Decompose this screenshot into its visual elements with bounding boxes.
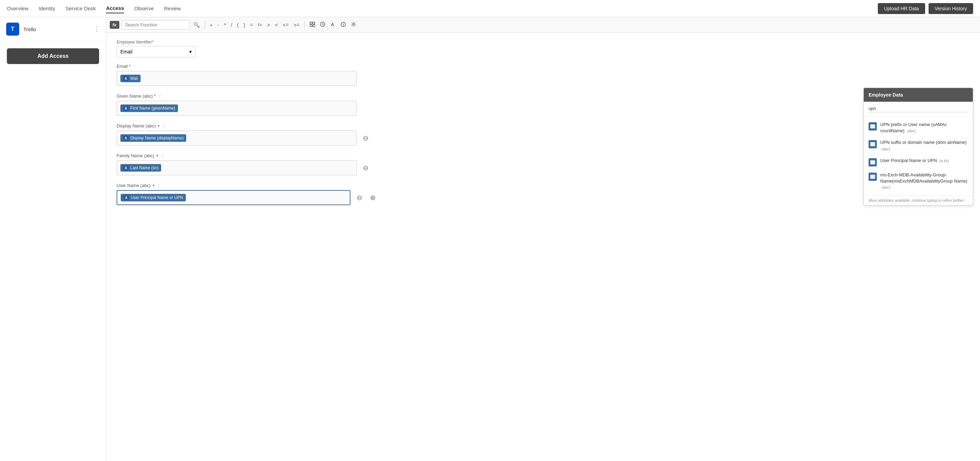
svg-rect-1 xyxy=(313,22,315,24)
family-name-chip-icon: A xyxy=(123,165,129,170)
display-name-remove-button[interactable]: ⊖ xyxy=(361,135,370,141)
display-name-colon: : xyxy=(163,123,165,128)
given-name-chip-icon: A xyxy=(123,106,129,111)
search-icon-btn[interactable]: 🔍 xyxy=(192,21,201,29)
formula-toolbar: fx 🔍 + - * / ( ) = != > < <= >= A xyxy=(106,17,980,33)
settings-icon-btn[interactable] xyxy=(349,21,358,29)
field-email-label: Email * xyxy=(116,64,377,69)
top-nav: Overview Identity Service Desk Access Ob… xyxy=(0,0,980,17)
field-display-name-input[interactable]: A Display Name (displayName) xyxy=(116,130,356,146)
email-chip-icon: A xyxy=(123,76,129,81)
panel-footer: More attributes available, continue typi… xyxy=(864,195,973,205)
result-icon-inner-1 xyxy=(870,142,875,146)
clock-icon-btn[interactable] xyxy=(318,21,327,29)
result-text-0: UPN prefix or User name (sAMAc countName… xyxy=(880,122,968,134)
result-item-1[interactable]: UPN suffix or domain name (dom ainName) … xyxy=(864,137,973,154)
sidebar-header: T Trello ⋮ xyxy=(0,17,106,41)
field-email-input[interactable]: A Mail xyxy=(116,71,356,86)
text-icon-btn[interactable]: A xyxy=(329,21,337,29)
upload-hr-data-button[interactable]: Upload HR Data xyxy=(878,3,925,14)
nav-service-desk[interactable]: Service Desk xyxy=(65,4,95,13)
field-given-name-section: Given Name (abc) * : A First Name (given… xyxy=(116,93,377,116)
svg-rect-3 xyxy=(313,25,315,27)
multiply-operator-btn[interactable]: * xyxy=(223,21,228,29)
result-item-3[interactable]: ms-Exch-MDB-Availability-Group- Name(msE… xyxy=(864,169,973,193)
version-history-button[interactable]: Version History xyxy=(929,3,973,14)
lte-btn[interactable]: <= xyxy=(282,21,290,29)
content-area: Employee Identifier* Email ▾ Email * xyxy=(106,33,980,461)
field-display-name-label: Display Name (abc) ▾ : xyxy=(116,123,377,128)
nav-review[interactable]: Review xyxy=(164,4,181,13)
user-name-chip: A User Principal Name or UPN xyxy=(121,194,186,201)
identifier-section: Employee Identifier* Email ▾ xyxy=(116,40,377,57)
given-name-colon: : xyxy=(159,93,161,99)
equals-btn[interactable]: = xyxy=(248,21,255,29)
result-item-0[interactable]: UPN prefix or User name (sAMAc countName… xyxy=(864,119,973,137)
field-user-name-row: A User Principal Name or UPN ⊖ ⊕ xyxy=(116,190,377,205)
field-family-name-section: Family Name (abc) ▾ : A Last Name (sn) ⊖ xyxy=(116,153,377,175)
gte-btn[interactable]: >= xyxy=(292,21,301,29)
info-icon-btn[interactable] xyxy=(339,21,347,29)
employee-panel-results: UPN prefix or User name (sAMAc countName… xyxy=(864,117,973,195)
field-family-name-row: A Last Name (sn) ⊖ xyxy=(116,160,377,175)
result-icon-0 xyxy=(869,122,877,130)
given-name-chip-text: First Name (givenName) xyxy=(130,106,175,111)
search-function-input[interactable] xyxy=(121,20,190,30)
result-text-3: ms-Exch-MDB-Availability-Group- Name(msE… xyxy=(880,172,968,191)
close-paren-btn[interactable]: ) xyxy=(242,21,247,29)
nav-items: Overview Identity Service Desk Access Ob… xyxy=(7,3,181,13)
less-than-btn[interactable]: < xyxy=(274,21,280,29)
add-access-button[interactable]: Add Access xyxy=(7,48,99,64)
identifier-value: Email xyxy=(120,49,132,54)
result-icon-2 xyxy=(869,158,877,166)
nav-observe[interactable]: Observe xyxy=(134,4,154,13)
grid-icon-btn[interactable] xyxy=(308,21,317,29)
field-family-name-input[interactable]: A Last Name (sn) xyxy=(116,160,356,175)
toolbar-sep-1 xyxy=(205,21,205,29)
result-icon-inner-0 xyxy=(870,124,875,128)
greater-than-btn[interactable]: > xyxy=(266,21,272,29)
user-name-remove-button[interactable]: ⊖ xyxy=(355,194,364,201)
result-icon-1 xyxy=(869,140,877,148)
field-given-name-label: Given Name (abc) * : xyxy=(116,93,377,99)
family-name-remove-button[interactable]: ⊖ xyxy=(361,165,370,171)
nav-access[interactable]: Access xyxy=(106,3,124,13)
fx-badge[interactable]: fx xyxy=(110,21,119,29)
divide-operator-btn[interactable]: / xyxy=(229,21,234,29)
user-name-chip-text: User Principal Name or UPN xyxy=(130,195,183,200)
family-name-dropdown-arrow[interactable]: ▾ xyxy=(156,154,158,158)
user-name-colon: : xyxy=(158,183,159,188)
display-name-chip-text: Display Name (displayName) xyxy=(130,136,183,140)
open-paren-btn[interactable]: ( xyxy=(235,21,240,29)
identifier-dropdown-arrow: ▾ xyxy=(189,49,192,54)
email-chip: A Mail xyxy=(120,74,141,82)
field-user-name-input[interactable]: A User Principal Name or UPN xyxy=(116,190,350,205)
employee-search-input[interactable] xyxy=(869,106,968,111)
not-equals-btn[interactable]: != xyxy=(256,21,264,29)
employee-data-panel: Employee Data UPN prefix or User name (s… xyxy=(864,88,973,206)
display-name-dropdown-arrow[interactable]: ▾ xyxy=(158,124,160,128)
identifier-label: Employee Identifier* xyxy=(116,40,377,44)
user-name-add-button[interactable]: ⊕ xyxy=(369,194,377,201)
identifier-select[interactable]: Email ▾ xyxy=(116,46,196,57)
svg-rect-2 xyxy=(310,25,312,27)
field-display-name-section: Display Name (abc) ▾ : A Display Name (d… xyxy=(116,123,377,146)
main-layout: T Trello ⋮ Add Access fx 🔍 + - * / ( ) =… xyxy=(0,17,980,461)
result-icon-inner-3 xyxy=(870,175,875,179)
nav-overview[interactable]: Overview xyxy=(7,4,29,13)
minus-operator-btn[interactable]: - xyxy=(216,21,221,29)
display-name-chip-icon: A xyxy=(123,136,129,140)
field-family-name-label: Family Name (abc) ▾ : xyxy=(116,153,377,158)
field-given-name-input[interactable]: A First Name (givenName) xyxy=(116,101,356,116)
field-email-section: Email * A Mail xyxy=(116,64,377,86)
result-text-2: User Principal Name or UPN (a bc) xyxy=(880,158,949,164)
result-item-2[interactable]: User Principal Name or UPN (a bc) xyxy=(864,155,973,169)
svg-point-8 xyxy=(353,24,354,25)
content-inner: Employee Identifier* Email ▾ Email * xyxy=(116,40,377,205)
result-text-1: UPN suffix or domain name (dom ainName) … xyxy=(880,139,968,152)
sidebar-menu-icon[interactable]: ⋮ xyxy=(94,25,100,33)
plus-operator-btn[interactable]: + xyxy=(208,21,214,29)
field-user-name-label: User Name (abc) ▾ : xyxy=(116,183,377,188)
nav-identity[interactable]: Identity xyxy=(39,4,55,13)
user-name-dropdown-arrow[interactable]: ▾ xyxy=(153,183,154,188)
